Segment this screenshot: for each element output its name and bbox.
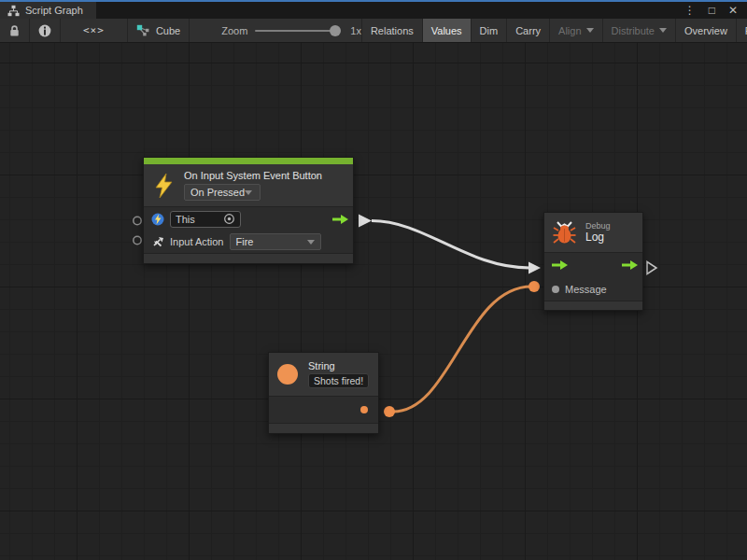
debug-node-header[interactable]: Debug Log (544, 213, 642, 252)
toolbar-button-label: Align (558, 25, 581, 36)
toolbar-button-label: Values (431, 25, 462, 36)
info-icon (38, 24, 51, 37)
string-node-title: String (308, 360, 369, 371)
this-target-field[interactable]: This (170, 211, 241, 228)
zoom-slider-knob[interactable] (330, 25, 341, 36)
debug-node-body: Message (544, 252, 642, 301)
input-action-value: Fire (236, 236, 254, 247)
string-node-header[interactable]: String Shots fired! (269, 353, 378, 396)
event-node-green-strip (144, 158, 353, 164)
window-maximize-icon[interactable]: □ (709, 5, 715, 16)
window-menu-icon[interactable]: ⋮ (684, 5, 696, 16)
bug-icon (553, 220, 576, 245)
code-brackets-icon: <×> (83, 24, 105, 36)
debug-flow-row (544, 253, 642, 277)
input-action-label: Input Action (170, 236, 224, 247)
toolbar-button-dim[interactable]: Dim (471, 19, 507, 42)
zoom-slider[interactable] (255, 30, 335, 32)
tab-script-graph[interactable]: Script Graph (0, 2, 96, 19)
window-focus-highlight (0, 0, 747, 2)
graph-reference-button[interactable]: Cube (128, 19, 190, 42)
event-this-row: This (144, 207, 353, 231)
toolbar-button-fullscreen[interactable]: Full Screen (736, 19, 747, 42)
chevron-down-icon (659, 28, 667, 33)
zoom-value: 1x (350, 25, 361, 36)
string-type-icon (277, 364, 298, 385)
script-machine-icon (151, 213, 164, 226)
string-output-port[interactable] (360, 406, 368, 413)
event-mode-dropdown[interactable]: On Pressed (184, 184, 261, 201)
this-value: This (176, 214, 195, 225)
chevron-down-icon (307, 240, 315, 245)
event-node-footer (144, 253, 353, 263)
string-value-field[interactable]: Shots fired! (308, 373, 369, 388)
graph-reference-label: Cube (156, 25, 180, 36)
window-close-icon[interactable]: ✕ (728, 5, 738, 16)
chevron-down-icon (245, 190, 252, 195)
node-on-input-system-event-button[interactable]: On Input System Event Button On Pressed … (143, 157, 354, 264)
tab-bar: Script Graph ⋮ □ ✕ (0, 2, 747, 19)
message-input-port[interactable] (552, 286, 559, 293)
node-debug-log[interactable]: Debug Log Message (543, 212, 643, 311)
debug-node-category: Debug (585, 221, 611, 231)
toolbar-button-label: Relations (371, 25, 414, 36)
event-node-title: On Input System Event Button (184, 170, 322, 181)
event-node-header[interactable]: On Input System Event Button On Pressed (144, 164, 353, 206)
toolbar-toggle-group: Relations Values Dim Carry Align Distrib… (361, 19, 747, 42)
debug-node-name: Log (585, 231, 611, 244)
toolbar-button-distribute[interactable]: Distribute (602, 19, 675, 42)
object-picker-icon[interactable] (223, 213, 235, 225)
flow-output-arrow-icon[interactable] (332, 214, 348, 225)
unity-script-graph-window: Script Graph ⋮ □ ✕ <×> (0, 0, 747, 560)
info-button[interactable] (30, 19, 61, 42)
graph-asset-icon (136, 24, 149, 36)
lightning-bolt-icon (153, 173, 175, 199)
edit-script-button[interactable]: <×> (61, 19, 128, 42)
toolbar-button-values[interactable]: Values (422, 19, 471, 42)
event-input-action-row: Input Action Fire (144, 231, 353, 253)
node-string-literal[interactable]: String Shots fired! (268, 352, 379, 434)
event-mode-value: On Pressed (190, 187, 245, 198)
flow-output-arrow-icon[interactable] (622, 259, 638, 271)
chevron-down-icon (586, 28, 594, 33)
zoom-control: Zoom 1x (221, 19, 361, 42)
toolbar-button-relations[interactable]: Relations (361, 19, 422, 42)
flow-input-arrow-icon[interactable] (552, 259, 568, 271)
toolbar-button-carry[interactable]: Carry (506, 19, 549, 42)
graph-hierarchy-icon (7, 5, 20, 17)
lock-button[interactable] (0, 19, 30, 42)
input-action-icon (151, 235, 164, 248)
string-output-row (269, 397, 378, 423)
string-value: Shots fired! (314, 375, 363, 386)
toolbar-button-label: Dim (480, 25, 499, 36)
lock-icon (8, 24, 21, 37)
toolbar-button-align[interactable]: Align (549, 19, 601, 42)
debug-node-footer (544, 301, 642, 310)
input-action-dropdown[interactable]: Fire (230, 233, 321, 250)
event-node-body: This Input Action (144, 206, 353, 253)
toolbar-button-overview[interactable]: Overview (675, 19, 736, 42)
window-controls: ⋮ □ ✕ (684, 2, 747, 19)
string-node-footer (269, 423, 378, 433)
toolbar-button-label: Carry (515, 25, 541, 36)
toolbar-button-label: Distribute (612, 25, 655, 36)
graph-toolbar: <×> Cube Zoom 1x Relations Values (0, 19, 747, 43)
string-node-body (269, 396, 378, 423)
zoom-label: Zoom (221, 25, 247, 36)
toolbar-button-label: Overview (684, 25, 727, 36)
debug-message-row: Message (544, 277, 642, 301)
message-label: Message (565, 284, 607, 295)
tab-title: Script Graph (25, 5, 83, 16)
